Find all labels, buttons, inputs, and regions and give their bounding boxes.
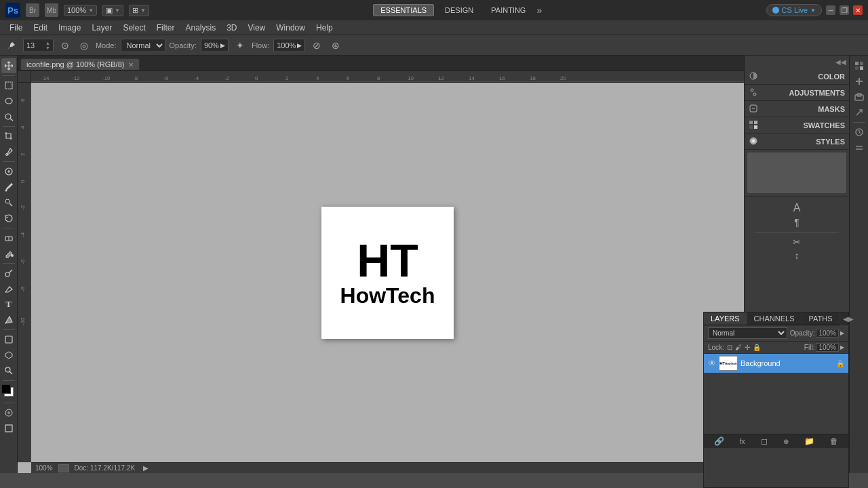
zoom-fit-button[interactable] (58, 464, 69, 472)
menu-layer[interactable]: Layer (86, 20, 117, 35)
link-layers-button[interactable]: 🔗 (714, 436, 724, 446)
brush-tool-icon[interactable] (4, 38, 19, 53)
move-tool[interactable] (1, 58, 16, 73)
menu-select[interactable]: Select (117, 20, 151, 35)
dodge-tool[interactable] (1, 266, 16, 281)
type-tool[interactable]: T (1, 297, 16, 312)
move-icon[interactable]: ↕ (795, 250, 800, 261)
lock-all-icon[interactable]: 🔒 (753, 344, 761, 351)
eyedropper-tool[interactable] (1, 144, 16, 159)
zoom-control[interactable]: 100% ▼ (64, 5, 97, 16)
airbrush-icon[interactable]: ✦ (233, 38, 248, 53)
scissors-icon[interactable]: ✂ (793, 237, 801, 247)
brush-size-arrows[interactable]: ▲ ▼ (45, 41, 50, 50)
panel-section-masks[interactable]: MASKS (745, 101, 849, 117)
layer-effects-button[interactable]: fx (740, 438, 745, 445)
arrange-arrow[interactable]: ▼ (140, 7, 146, 14)
marquee-tool[interactable] (1, 78, 16, 93)
layers-opacity-value[interactable]: 100% (816, 329, 839, 338)
flow-box[interactable]: 100% ▶ (273, 39, 305, 52)
color-swatches[interactable] (1, 384, 16, 399)
menu-edit[interactable]: Edit (28, 20, 53, 35)
menu-view[interactable]: View (242, 20, 271, 35)
screen-mode-arrow[interactable]: ▼ (115, 7, 120, 14)
workspace-painting[interactable]: PAINTING (484, 5, 532, 16)
minimize-button[interactable]: ─ (826, 5, 835, 15)
tablet-icon[interactable]: ⊛ (328, 38, 343, 53)
lasso-tool[interactable] (1, 94, 16, 108)
quick-mask-tool[interactable] (1, 405, 16, 420)
menu-file[interactable]: File (4, 20, 28, 35)
fill-tool[interactable] (1, 246, 16, 261)
collapse-panel-button[interactable]: ◀◀ (834, 57, 848, 67)
new-group-button[interactable]: 📁 (804, 436, 814, 446)
panel-strip-icon-5[interactable] (852, 125, 867, 140)
brush-settings2-icon[interactable]: ◎ (77, 38, 92, 53)
mode-select[interactable]: Normal (121, 39, 165, 52)
lock-transparent-icon[interactable]: ⊡ (727, 344, 732, 351)
paragraph-tool-icon[interactable]: ¶ (794, 217, 800, 228)
nav-arrow[interactable]: ▶ (143, 464, 149, 472)
clone-stamp-tool[interactable] (1, 195, 16, 210)
cs-live-button[interactable]: CS Live ▼ (766, 4, 822, 16)
menu-help[interactable]: Help (311, 20, 338, 35)
layers-opacity-arrow[interactable]: ▶ (840, 330, 844, 336)
zoom-tool[interactable] (1, 363, 16, 378)
menu-image[interactable]: Image (53, 20, 86, 35)
menu-analysis[interactable]: Analysis (180, 20, 221, 35)
3d-tool[interactable] (1, 348, 16, 363)
panel-strip-icon-2[interactable] (852, 74, 867, 89)
panel-section-color[interactable]: COLOR (745, 68, 849, 85)
shape-tool[interactable] (1, 332, 16, 347)
panel-strip-icon-6[interactable] (852, 140, 867, 155)
screen-mode-btn[interactable] (1, 421, 16, 436)
brush-size-input[interactable] (26, 41, 45, 49)
tab-close-button[interactable]: ✕ (128, 61, 134, 68)
menu-filter[interactable]: Filter (151, 20, 180, 35)
arrange-control[interactable]: ⊞ ▼ (129, 5, 149, 16)
type-tool-icon[interactable]: A (793, 202, 801, 214)
path-select-tool[interactable] (1, 312, 16, 327)
brush-settings-icon[interactable]: ⊙ (58, 38, 73, 53)
delete-layer-button[interactable]: 🗑 (830, 436, 838, 446)
menu-3d[interactable]: 3D (221, 20, 242, 35)
lock-image-icon[interactable]: 🖌 (735, 344, 742, 351)
close-button[interactable]: ✕ (853, 5, 863, 15)
layers-tab-paths[interactable]: PATHS (802, 312, 840, 325)
restore-button[interactable]: ❐ (840, 5, 849, 15)
mini-bridge-button[interactable]: Mb (45, 3, 58, 17)
crop-tool[interactable] (1, 129, 16, 144)
layers-collapse-button[interactable]: ◀▶ (840, 314, 856, 324)
brush-tool[interactable] (1, 180, 16, 195)
history-brush-tool[interactable] (1, 211, 16, 226)
panel-section-styles[interactable]: STYLES (745, 134, 849, 150)
workspace-essentials[interactable]: ESSENTIALS (373, 4, 434, 16)
bridge-button[interactable]: Br (26, 3, 39, 17)
spot-heal-tool[interactable] (1, 164, 16, 179)
layers-tab-channels[interactable]: CHANNELS (747, 312, 802, 325)
more-workspaces-button[interactable]: » (536, 5, 542, 16)
menu-window[interactable]: Window (271, 20, 311, 35)
foreground-color-swatch[interactable] (1, 384, 11, 394)
layer-row-background[interactable]: 👁 HT HowTech Background 🔒 (704, 354, 848, 373)
quick-select-tool[interactable] (1, 109, 16, 124)
adjustment-layer-button[interactable]: ⊕ (783, 438, 789, 445)
eraser-tool[interactable] (1, 230, 16, 245)
layer-visibility-eye[interactable]: 👁 (708, 359, 716, 368)
panel-strip-icon-4[interactable] (852, 105, 867, 120)
layers-mode-select[interactable]: Normal (708, 327, 787, 339)
opacity-box[interactable]: 90% ▶ (201, 39, 229, 52)
zoom-arrow[interactable]: ▼ (88, 7, 94, 14)
pen-tool[interactable] (1, 281, 16, 296)
opacity-arrow[interactable]: ▶ (220, 42, 225, 49)
brush-size-box[interactable]: ▲ ▼ (23, 39, 54, 52)
workspace-design[interactable]: DESIGN (438, 5, 480, 16)
fill-arrow[interactable]: ▶ (840, 344, 844, 350)
panel-section-swatches[interactable]: SWATCHES (745, 117, 849, 134)
lock-position-icon[interactable]: ✛ (745, 344, 750, 351)
panel-strip-icon-1[interactable] (852, 58, 867, 73)
screen-mode-control[interactable]: ▣ ▼ (102, 5, 123, 16)
panel-strip-icon-3[interactable] (852, 89, 867, 104)
panel-section-adjustments[interactable]: ADJUSTMENTS (745, 85, 849, 101)
stylus-pressure-icon[interactable]: ⊘ (309, 38, 324, 53)
